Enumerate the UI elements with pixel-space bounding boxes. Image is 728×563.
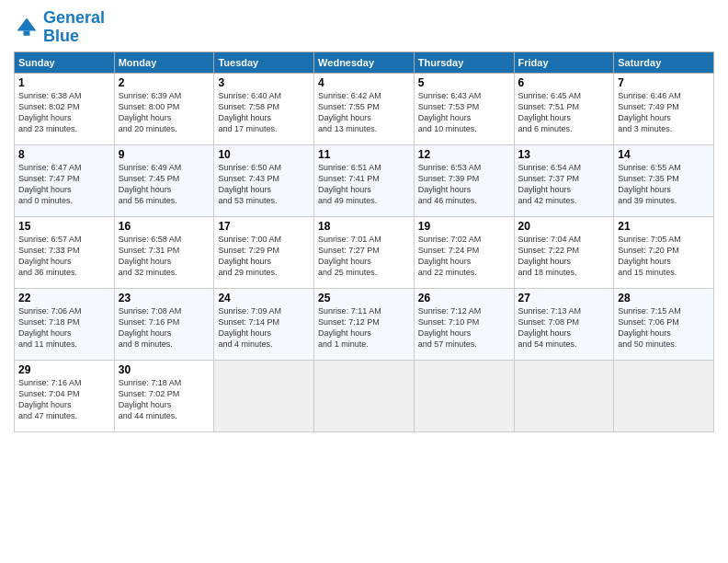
svg-marker-0 bbox=[17, 17, 37, 30]
day-info: Sunrise: 6:43 AMSunset: 7:53 PMDaylight … bbox=[418, 90, 510, 135]
day-number: 11 bbox=[318, 148, 410, 161]
calendar-cell: 24Sunrise: 7:09 AMSunset: 7:14 PMDayligh… bbox=[214, 288, 314, 360]
day-info: Sunrise: 7:05 AMSunset: 7:20 PMDaylight … bbox=[618, 234, 710, 279]
calendar-row: 29Sunrise: 7:16 AMSunset: 7:04 PMDayligh… bbox=[15, 360, 714, 431]
day-number: 12 bbox=[418, 148, 510, 161]
calendar-cell: 25Sunrise: 7:11 AMSunset: 7:12 PMDayligh… bbox=[314, 288, 415, 360]
calendar-cell bbox=[514, 360, 614, 431]
day-number: 24 bbox=[218, 292, 310, 304]
svg-rect-1 bbox=[24, 30, 30, 35]
day-info: Sunrise: 7:02 AMSunset: 7:24 PMDaylight … bbox=[418, 234, 510, 279]
calendar-cell: 8Sunrise: 6:47 AMSunset: 7:47 PMDaylight… bbox=[15, 144, 115, 216]
day-info: Sunrise: 7:04 AMSunset: 7:22 PMDaylight … bbox=[518, 234, 610, 279]
calendar-cell: 13Sunrise: 6:54 AMSunset: 7:37 PMDayligh… bbox=[514, 144, 614, 216]
calendar-cell: 30Sunrise: 7:18 AMSunset: 7:02 PMDayligh… bbox=[114, 360, 214, 431]
calendar-cell: 12Sunrise: 6:53 AMSunset: 7:39 PMDayligh… bbox=[414, 144, 514, 216]
day-info: Sunrise: 7:08 AMSunset: 7:16 PMDaylight … bbox=[119, 305, 210, 350]
day-number: 25 bbox=[318, 292, 410, 304]
day-info: Sunrise: 6:46 AMSunset: 7:49 PMDaylight … bbox=[618, 90, 710, 135]
day-number: 5 bbox=[418, 76, 510, 89]
day-number: 14 bbox=[618, 148, 710, 161]
logo-icon bbox=[14, 15, 40, 40]
day-number: 30 bbox=[119, 363, 210, 376]
day-info: Sunrise: 6:51 AMSunset: 7:41 PMDaylight … bbox=[318, 162, 410, 207]
day-number: 7 bbox=[618, 76, 710, 89]
weekday-header: Thursday bbox=[414, 52, 514, 73]
calendar-cell: 26Sunrise: 7:12 AMSunset: 7:10 PMDayligh… bbox=[414, 288, 514, 360]
day-number: 1 bbox=[18, 76, 110, 89]
logo-text: GeneralBlue bbox=[43, 9, 105, 46]
calendar-header-row: SundayMondayTuesdayWednesdayThursdayFrid… bbox=[15, 52, 714, 73]
day-info: Sunrise: 7:06 AMSunset: 7:18 PMDaylight … bbox=[18, 305, 110, 350]
day-number: 29 bbox=[18, 363, 110, 376]
day-number: 3 bbox=[218, 76, 310, 89]
calendar-cell: 5Sunrise: 6:43 AMSunset: 7:53 PMDaylight… bbox=[414, 73, 514, 144]
header: GeneralBlue bbox=[14, 9, 714, 46]
day-info: Sunrise: 6:39 AMSunset: 8:00 PMDaylight … bbox=[119, 90, 210, 135]
day-info: Sunrise: 6:45 AMSunset: 7:51 PMDaylight … bbox=[518, 90, 610, 135]
day-number: 9 bbox=[119, 148, 210, 161]
calendar-cell bbox=[614, 360, 714, 431]
calendar-row: 8Sunrise: 6:47 AMSunset: 7:47 PMDaylight… bbox=[15, 144, 714, 216]
day-number: 27 bbox=[518, 292, 610, 304]
day-info: Sunrise: 7:15 AMSunset: 7:06 PMDaylight … bbox=[618, 305, 710, 350]
day-info: Sunrise: 7:12 AMSunset: 7:10 PMDaylight … bbox=[418, 305, 510, 350]
day-number: 18 bbox=[318, 220, 410, 233]
day-info: Sunrise: 7:09 AMSunset: 7:14 PMDaylight … bbox=[218, 305, 310, 350]
day-number: 21 bbox=[618, 220, 710, 233]
calendar-cell: 29Sunrise: 7:16 AMSunset: 7:04 PMDayligh… bbox=[15, 360, 115, 431]
calendar-table: SundayMondayTuesdayWednesdayThursdayFrid… bbox=[14, 52, 714, 432]
calendar-cell: 28Sunrise: 7:15 AMSunset: 7:06 PMDayligh… bbox=[614, 288, 714, 360]
day-info: Sunrise: 6:55 AMSunset: 7:35 PMDaylight … bbox=[618, 162, 710, 207]
day-info: Sunrise: 6:50 AMSunset: 7:43 PMDaylight … bbox=[218, 162, 310, 207]
day-number: 22 bbox=[18, 292, 110, 304]
calendar-cell: 23Sunrise: 7:08 AMSunset: 7:16 PMDayligh… bbox=[114, 288, 214, 360]
calendar-body: 1Sunrise: 6:38 AMSunset: 8:02 PMDaylight… bbox=[15, 73, 714, 431]
day-number: 2 bbox=[119, 76, 210, 89]
calendar-cell bbox=[414, 360, 514, 431]
logo: GeneralBlue bbox=[14, 9, 105, 46]
day-number: 6 bbox=[518, 76, 610, 89]
calendar-cell bbox=[214, 360, 314, 431]
day-number: 28 bbox=[618, 292, 710, 304]
calendar-row: 22Sunrise: 7:06 AMSunset: 7:18 PMDayligh… bbox=[15, 288, 714, 360]
page: GeneralBlue SundayMondayTuesdayWednesday… bbox=[0, 0, 728, 563]
day-info: Sunrise: 6:47 AMSunset: 7:47 PMDaylight … bbox=[18, 162, 110, 207]
day-info: Sunrise: 6:53 AMSunset: 7:39 PMDaylight … bbox=[418, 162, 510, 207]
calendar-cell: 6Sunrise: 6:45 AMSunset: 7:51 PMDaylight… bbox=[514, 73, 614, 144]
calendar-cell: 22Sunrise: 7:06 AMSunset: 7:18 PMDayligh… bbox=[15, 288, 115, 360]
weekday-header: Tuesday bbox=[214, 52, 314, 73]
calendar-cell: 11Sunrise: 6:51 AMSunset: 7:41 PMDayligh… bbox=[314, 144, 415, 216]
calendar-cell: 18Sunrise: 7:01 AMSunset: 7:27 PMDayligh… bbox=[314, 216, 415, 288]
calendar-cell: 7Sunrise: 6:46 AMSunset: 7:49 PMDaylight… bbox=[614, 73, 714, 144]
weekday-header: Saturday bbox=[614, 52, 714, 73]
calendar-row: 1Sunrise: 6:38 AMSunset: 8:02 PMDaylight… bbox=[15, 73, 714, 144]
calendar-cell: 9Sunrise: 6:49 AMSunset: 7:45 PMDaylight… bbox=[114, 144, 214, 216]
day-number: 19 bbox=[418, 220, 510, 233]
day-number: 20 bbox=[518, 220, 610, 233]
weekday-header: Monday bbox=[114, 52, 214, 73]
day-info: Sunrise: 6:38 AMSunset: 8:02 PMDaylight … bbox=[18, 90, 110, 135]
calendar-cell: 14Sunrise: 6:55 AMSunset: 7:35 PMDayligh… bbox=[614, 144, 714, 216]
day-info: Sunrise: 7:11 AMSunset: 7:12 PMDaylight … bbox=[318, 305, 410, 350]
calendar-cell: 3Sunrise: 6:40 AMSunset: 7:58 PMDaylight… bbox=[214, 73, 314, 144]
calendar-cell: 15Sunrise: 6:57 AMSunset: 7:33 PMDayligh… bbox=[15, 216, 115, 288]
calendar-cell: 10Sunrise: 6:50 AMSunset: 7:43 PMDayligh… bbox=[214, 144, 314, 216]
day-number: 17 bbox=[218, 220, 310, 233]
calendar-cell: 21Sunrise: 7:05 AMSunset: 7:20 PMDayligh… bbox=[614, 216, 714, 288]
day-info: Sunrise: 6:58 AMSunset: 7:31 PMDaylight … bbox=[119, 234, 210, 279]
day-number: 13 bbox=[518, 148, 610, 161]
day-info: Sunrise: 6:54 AMSunset: 7:37 PMDaylight … bbox=[518, 162, 610, 207]
day-info: Sunrise: 6:42 AMSunset: 7:55 PMDaylight … bbox=[318, 90, 410, 135]
calendar-cell: 2Sunrise: 6:39 AMSunset: 8:00 PMDaylight… bbox=[114, 73, 214, 144]
calendar-cell: 4Sunrise: 6:42 AMSunset: 7:55 PMDaylight… bbox=[314, 73, 415, 144]
calendar-cell bbox=[314, 360, 415, 431]
day-number: 8 bbox=[18, 148, 110, 161]
day-number: 15 bbox=[18, 220, 110, 233]
day-info: Sunrise: 7:18 AMSunset: 7:02 PMDaylight … bbox=[119, 377, 210, 422]
day-number: 10 bbox=[218, 148, 310, 161]
day-info: Sunrise: 6:40 AMSunset: 7:58 PMDaylight … bbox=[218, 90, 310, 135]
calendar-cell: 19Sunrise: 7:02 AMSunset: 7:24 PMDayligh… bbox=[414, 216, 514, 288]
day-info: Sunrise: 7:13 AMSunset: 7:08 PMDaylight … bbox=[518, 305, 610, 350]
weekday-header: Friday bbox=[514, 52, 614, 73]
